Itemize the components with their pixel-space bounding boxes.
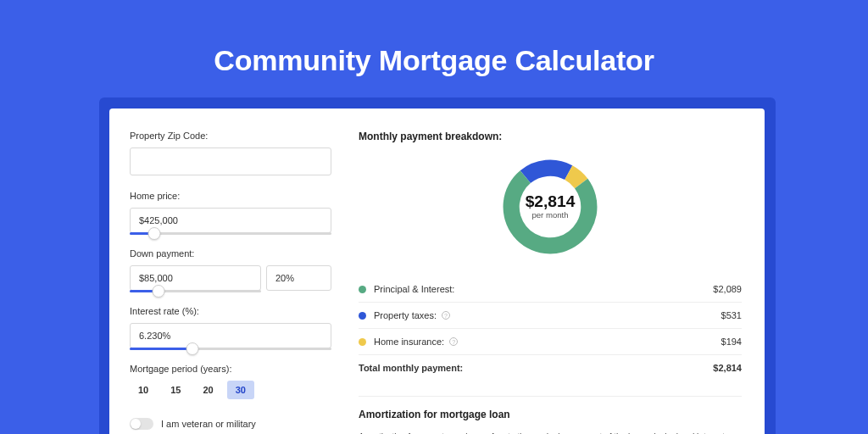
amortization-text: Amortization for a mortgage loan refers … bbox=[359, 431, 742, 434]
breakdown-row-value: $194 bbox=[721, 337, 742, 347]
interest-rate-slider[interactable] bbox=[130, 348, 331, 350]
legend-dot-icon bbox=[359, 338, 366, 346]
form-column: Property Zip Code: Home price: Down paym… bbox=[109, 108, 350, 434]
breakdown-row-label: Principal & Interest: bbox=[374, 284, 713, 294]
page-title: Community Mortgage Calculator bbox=[0, 44, 868, 77]
zip-label: Property Zip Code: bbox=[130, 131, 350, 141]
down-payment-pct-input[interactable] bbox=[266, 265, 331, 291]
interest-rate-input[interactable] bbox=[130, 323, 331, 348]
amortization-section: Amortization for mortgage loan Amortizat… bbox=[359, 396, 742, 434]
breakdown-row-label: Property taxes:? bbox=[374, 310, 721, 320]
period-options: 10152030 bbox=[130, 381, 350, 399]
home-price-input[interactable] bbox=[130, 208, 331, 233]
breakdown-title: Monthly payment breakdown: bbox=[359, 131, 742, 142]
home-price-slider[interactable] bbox=[130, 232, 331, 235]
donut-sublabel: per month bbox=[531, 210, 568, 220]
total-value: $2,814 bbox=[713, 363, 742, 373]
total-label: Total monthly payment: bbox=[359, 363, 713, 373]
period-option-30[interactable]: 30 bbox=[227, 381, 254, 399]
page-header: Community Mortgage Calculator bbox=[0, 0, 868, 89]
down-payment-label: Down payment: bbox=[130, 248, 350, 259]
down-payment-slider[interactable] bbox=[130, 290, 261, 292]
donut-slice bbox=[520, 160, 573, 184]
info-icon[interactable]: ? bbox=[442, 311, 450, 320]
home-price-label: Home price: bbox=[130, 191, 350, 201]
breakdown-total-row: Total monthly payment: $2,814 bbox=[359, 354, 742, 381]
zip-input[interactable] bbox=[130, 147, 331, 175]
legend-dot-icon bbox=[359, 286, 366, 293]
period-label: Mortgage period (years): bbox=[130, 364, 350, 374]
veteran-toggle[interactable] bbox=[130, 418, 153, 430]
calculator-card: Property Zip Code: Home price: Down paym… bbox=[109, 108, 765, 434]
period-option-20[interactable]: 20 bbox=[195, 381, 222, 399]
breakdown-row: Home insurance:?$194 bbox=[359, 328, 742, 354]
legend-dot-icon bbox=[359, 312, 366, 320]
down-payment-input[interactable] bbox=[130, 265, 261, 291]
veteran-label: I am veteran or military bbox=[161, 419, 256, 429]
breakdown-row-value: $2,089 bbox=[713, 284, 742, 294]
donut-amount: $2,814 bbox=[526, 192, 576, 210]
breakdown-row-value: $531 bbox=[721, 310, 742, 320]
donut-chart: $2,814 per month bbox=[359, 153, 742, 261]
breakdown-row: Principal & Interest:$2,089 bbox=[359, 276, 742, 302]
breakdown-row-label: Home insurance:? bbox=[374, 337, 721, 347]
veteran-toggle-row: I am veteran or military bbox=[130, 418, 350, 430]
breakdown-row: Property taxes:?$531 bbox=[359, 302, 742, 328]
interest-rate-label: Interest rate (%): bbox=[130, 306, 350, 316]
breakdown-rows: Principal & Interest:$2,089Property taxe… bbox=[359, 276, 742, 354]
amortization-title: Amortization for mortgage loan bbox=[359, 409, 742, 420]
breakdown-column: Monthly payment breakdown: $2,814 per mo… bbox=[350, 108, 765, 434]
period-option-10[interactable]: 10 bbox=[130, 381, 157, 399]
info-icon[interactable]: ? bbox=[449, 337, 458, 346]
period-option-15[interactable]: 15 bbox=[162, 381, 189, 399]
